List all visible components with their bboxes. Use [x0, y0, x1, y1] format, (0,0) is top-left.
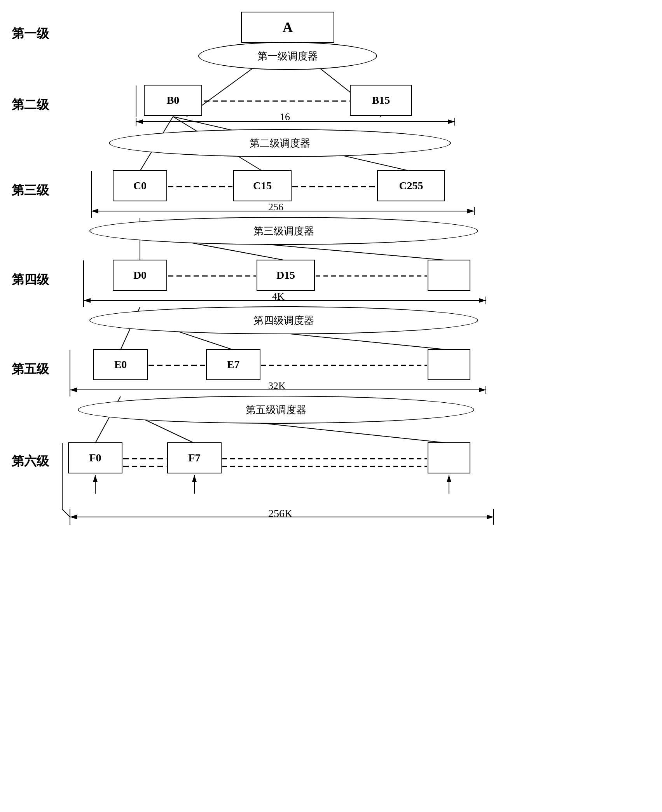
level-label-5: 第五级 [12, 361, 49, 378]
span-label-4K: 4K [272, 291, 285, 302]
ellipse-sched1: 第一级调度器 [198, 42, 377, 70]
box-F0: F0 [68, 442, 122, 473]
level-label-3: 第三级 [12, 182, 49, 199]
svg-marker-35 [70, 388, 77, 392]
diagram: 第一级 第二级 第三级 第四级 第五级 第六级 A 第一级调度器 B0 B15 … [0, 0, 662, 812]
svg-marker-36 [479, 388, 486, 392]
box-E-end [428, 349, 470, 380]
svg-marker-25 [84, 298, 91, 303]
svg-marker-47 [93, 475, 98, 482]
span-label-32K: 32K [268, 380, 286, 392]
box-B0: B0 [144, 85, 202, 116]
box-A: A [241, 12, 334, 43]
box-F7: F7 [167, 442, 222, 473]
span-label-256: 256 [268, 201, 283, 213]
svg-marker-16 [467, 209, 474, 213]
level-label-2: 第二级 [12, 96, 49, 114]
svg-marker-5 [136, 119, 143, 124]
svg-marker-53 [70, 515, 77, 519]
level-label-1: 第一级 [12, 25, 49, 42]
svg-marker-6 [448, 119, 455, 124]
box-E0: E0 [93, 349, 148, 380]
box-D0: D0 [113, 260, 167, 291]
span-label-256K: 256K [268, 507, 292, 520]
svg-marker-15 [91, 209, 98, 213]
svg-line-62 [62, 509, 70, 517]
ellipse-sched3: 第三级调度器 [89, 217, 478, 245]
svg-marker-49 [192, 475, 197, 482]
ellipse-sched4: 第四级调度器 [89, 306, 478, 334]
box-C255: C255 [377, 170, 445, 201]
span-label-16: 16 [280, 111, 290, 123]
ellipse-sched5: 第五级调度器 [78, 396, 474, 424]
box-F-end [428, 442, 470, 473]
box-D-end [428, 260, 470, 291]
level-label-6: 第六级 [12, 453, 49, 470]
box-D15: D15 [257, 260, 315, 291]
svg-marker-54 [487, 515, 494, 519]
svg-marker-26 [479, 298, 486, 303]
box-B15: B15 [350, 85, 412, 116]
level-label-4: 第四级 [12, 271, 49, 288]
ellipse-sched2: 第二级调度器 [109, 129, 451, 157]
box-E7: E7 [206, 349, 260, 380]
box-C0: C0 [113, 170, 167, 201]
box-C15: C15 [233, 170, 292, 201]
svg-marker-51 [447, 475, 451, 482]
